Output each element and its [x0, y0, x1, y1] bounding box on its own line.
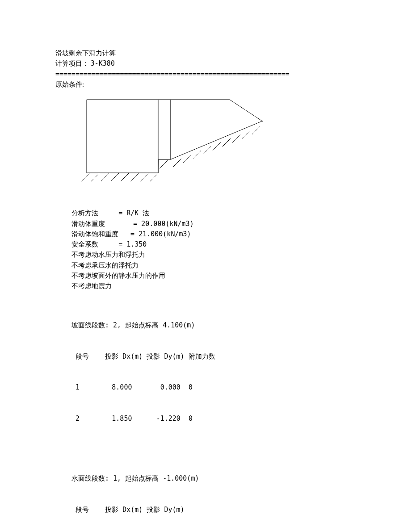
project-line: 计算项目： 3-K380	[55, 59, 359, 69]
svg-line-18	[173, 159, 181, 167]
svg-line-20	[193, 151, 201, 159]
svg-line-15	[140, 173, 148, 181]
svg-line-24	[232, 134, 240, 142]
table-row: 1 8.000 0.000 0	[71, 382, 359, 393]
analysis-method-value: = R/K 法	[118, 209, 149, 217]
analysis-method-label: 分析方法	[71, 209, 98, 217]
note-2: 不考虑承压水的浮托力	[71, 260, 359, 271]
svg-line-13	[121, 173, 129, 181]
svg-line-17	[159, 160, 168, 168]
svg-line-10	[91, 173, 99, 181]
svg-line-16	[150, 173, 158, 181]
svg-line-25	[242, 130, 250, 138]
water-surface-header: 水面线段数: 1, 起始点标高 -1.000(m)	[71, 473, 359, 484]
sat-unit-weight-label: 滑动体饱和重度	[71, 230, 118, 238]
note-1: 不考虑动水压力和浮托力	[71, 250, 359, 260]
svg-line-23	[222, 138, 231, 147]
unit-weight-value: = 20.000(kN/m3)	[133, 220, 193, 228]
safety-factor-value: = 1.350	[118, 240, 147, 248]
page-title: 滑坡剩余下滑力计算	[55, 48, 359, 59]
project-name: 3-K380	[91, 59, 115, 67]
slope-surface-section: 坡面线段数: 2, 起始点标高 4.100(m) 段号 投影 Dx(m) 投影 …	[55, 299, 359, 445]
svg-line-1	[230, 100, 263, 121]
note-4: 不考虑地震力	[71, 281, 359, 291]
unit-weight-label: 滑动体重度	[71, 220, 105, 228]
svg-line-26	[252, 126, 260, 134]
svg-line-21	[203, 147, 211, 155]
svg-line-9	[81, 173, 89, 181]
slope-surface-columns: 段号 投影 Dx(m) 投影 Dy(m) 附加力数	[71, 352, 359, 362]
table-row: 2 1.850 -1.220 0	[71, 414, 359, 424]
conditions-heading: 原始条件:	[55, 80, 359, 90]
parameters-block: 分析方法 = R/K 法 滑动体重度 = 20.000(kN/m3) 滑动体饱和…	[55, 208, 359, 291]
water-surface-columns: 段号 投影 Dx(m) 投影 Dy(m)	[71, 505, 359, 515]
note-3: 不考虑坡面外的静水压力的作用	[71, 271, 359, 281]
svg-line-5	[170, 121, 262, 159]
section-diagram	[78, 92, 274, 190]
slope-surface-header: 坡面线段数: 2, 起始点标高 4.100(m)	[71, 320, 359, 331]
svg-line-14	[130, 173, 138, 181]
water-surface-section: 水面线段数: 1, 起始点标高 -1.000(m) 段号 投影 Dx(m) 投影…	[55, 453, 359, 532]
svg-line-22	[213, 142, 221, 151]
divider: ========================================…	[55, 69, 359, 80]
svg-line-19	[183, 155, 191, 163]
sat-unit-weight-value: = 21.000(kN/m3)	[130, 230, 191, 238]
svg-line-11	[101, 173, 109, 181]
svg-line-12	[111, 173, 119, 181]
project-label: 计算项目：	[55, 60, 89, 67]
safety-factor-label: 安全系数	[71, 240, 98, 248]
